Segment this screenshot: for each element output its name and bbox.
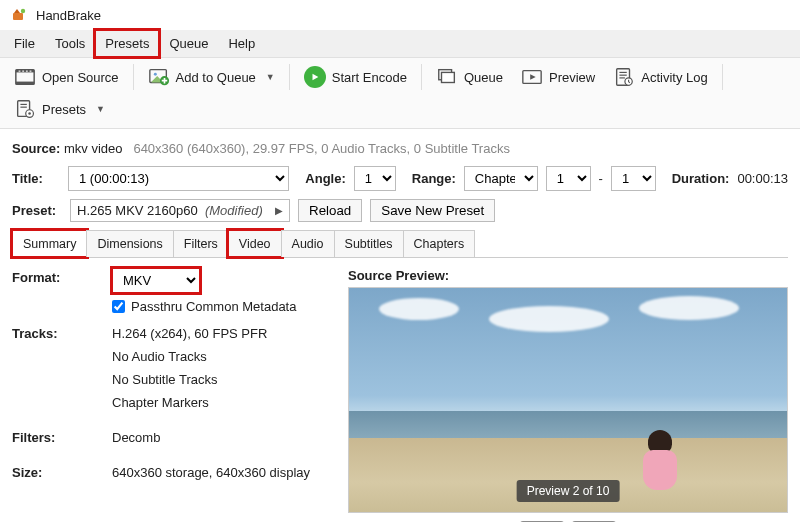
- range-type-select[interactable]: Chapters: [464, 166, 538, 191]
- svg-rect-7: [26, 71, 28, 72]
- queue-label: Queue: [464, 70, 503, 85]
- range-label: Range:: [412, 171, 456, 186]
- svg-rect-8: [30, 71, 32, 72]
- angle-label: Angle:: [305, 171, 345, 186]
- menu-bar: File Tools Presets Queue Help: [0, 30, 800, 58]
- menu-presets[interactable]: Presets: [95, 30, 159, 57]
- preset-label: Preset:: [12, 203, 62, 218]
- svg-rect-13: [441, 72, 454, 82]
- preview-label: Preview: [549, 70, 595, 85]
- title-bar: HandBrake: [0, 0, 800, 30]
- separator: [133, 64, 134, 90]
- queue-button[interactable]: Queue: [430, 64, 509, 90]
- preset-value: H.265 MKV 2160p60: [77, 203, 198, 218]
- title-label: Title:: [12, 171, 60, 186]
- menu-queue[interactable]: Queue: [159, 30, 218, 57]
- preview-button[interactable]: Preview: [515, 64, 601, 90]
- passthru-label: Passthru Common Metadata: [131, 299, 296, 314]
- reload-button[interactable]: Reload: [298, 199, 362, 222]
- save-preset-button[interactable]: Save New Preset: [370, 199, 495, 222]
- svg-point-24: [28, 112, 31, 115]
- angle-select[interactable]: 1: [354, 166, 396, 191]
- duration-label: Duration:: [672, 171, 730, 186]
- queue-icon: [436, 66, 458, 88]
- filters-value: Decomb: [112, 430, 324, 445]
- preview-icon: [521, 66, 543, 88]
- app-title: HandBrake: [36, 8, 101, 23]
- svg-point-10: [153, 73, 156, 76]
- svg-rect-0: [13, 13, 23, 20]
- log-icon: [613, 66, 635, 88]
- source-line: Source: mkv video 640x360 (640x360), 29.…: [12, 141, 788, 156]
- separator: [722, 64, 723, 90]
- film-icon: [14, 66, 36, 88]
- title-select[interactable]: 1 (00:00:13): [68, 166, 289, 191]
- track-subs: No Subtitle Tracks: [112, 372, 324, 387]
- preset-field[interactable]: H.265 MKV 2160p60 (Modified) ▶: [70, 199, 290, 222]
- preset-modified: (Modified): [205, 203, 263, 218]
- track-audio: No Audio Tracks: [112, 349, 324, 364]
- chevron-down-icon: ▼: [266, 72, 275, 82]
- format-select[interactable]: MKV: [112, 268, 200, 293]
- separator: [421, 64, 422, 90]
- source-preview-label: Source Preview:: [348, 268, 788, 283]
- filters-label: Filters:: [12, 428, 112, 453]
- add-queue-label: Add to Queue: [176, 70, 256, 85]
- tabs: Summary Dimensions Filters Video Audio S…: [12, 230, 788, 258]
- range-to-select[interactable]: 1: [611, 166, 656, 191]
- add-queue-button[interactable]: Add to Queue ▼: [142, 64, 281, 90]
- app-icon: [8, 4, 30, 26]
- menu-file[interactable]: File: [4, 30, 45, 57]
- start-encode-button[interactable]: Start Encode: [298, 64, 413, 90]
- svg-rect-4: [16, 82, 34, 85]
- image-add-icon: [148, 66, 170, 88]
- separator: [289, 64, 290, 90]
- svg-rect-6: [22, 71, 24, 72]
- activity-log-label: Activity Log: [641, 70, 707, 85]
- chevron-right-icon: ▶: [275, 205, 283, 216]
- track-video: H.264 (x264), 60 FPS PFR: [112, 326, 324, 341]
- menu-help[interactable]: Help: [218, 30, 265, 57]
- range-dash: -: [599, 171, 603, 186]
- tab-subtitles[interactable]: Subtitles: [334, 230, 404, 257]
- tab-dimensions[interactable]: Dimensions: [86, 230, 173, 257]
- svg-rect-5: [19, 71, 21, 72]
- play-icon: [304, 66, 326, 88]
- start-encode-label: Start Encode: [332, 70, 407, 85]
- toolbar: Open Source Add to Queue ▼ Start Encode …: [0, 58, 800, 129]
- duration-value: 00:00:13: [737, 171, 788, 186]
- tab-video[interactable]: Video: [228, 230, 282, 257]
- source-label: Source:: [12, 141, 60, 156]
- size-value: 640x360 storage, 640x360 display: [112, 465, 324, 480]
- activity-log-button[interactable]: Activity Log: [607, 64, 713, 90]
- presets-button[interactable]: Presets ▼: [8, 96, 111, 122]
- tracks-label: Tracks:: [12, 324, 112, 418]
- format-label: Format:: [12, 268, 112, 314]
- passthru-checkbox[interactable]: [112, 300, 125, 313]
- person-figure: [643, 430, 677, 490]
- tab-summary[interactable]: Summary: [12, 230, 87, 257]
- menu-tools[interactable]: Tools: [45, 30, 95, 57]
- tab-filters[interactable]: Filters: [173, 230, 229, 257]
- preview-badge: Preview 2 of 10: [517, 480, 620, 502]
- tab-audio[interactable]: Audio: [281, 230, 335, 257]
- open-source-label: Open Source: [42, 70, 119, 85]
- track-chapters: Chapter Markers: [112, 395, 324, 410]
- range-from-select[interactable]: 1: [546, 166, 591, 191]
- tab-chapters[interactable]: Chapters: [403, 230, 476, 257]
- presets-icon: [14, 98, 36, 120]
- source-meta: 640x360 (640x360), 29.97 FPS, 0 Audio Tr…: [133, 141, 510, 156]
- open-source-button[interactable]: Open Source: [8, 64, 125, 90]
- chevron-down-icon: ▼: [96, 104, 105, 114]
- presets-label: Presets: [42, 102, 86, 117]
- size-label: Size:: [12, 463, 112, 488]
- svg-point-1: [21, 9, 25, 13]
- source-preview: Preview 2 of 10: [348, 287, 788, 513]
- source-file: mkv video: [64, 141, 123, 156]
